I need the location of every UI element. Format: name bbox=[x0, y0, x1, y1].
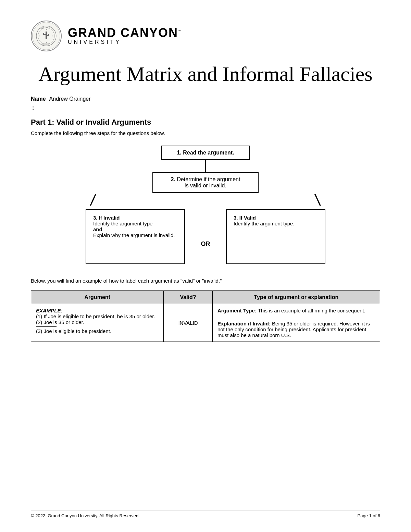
valid-body: Identify the argument type. bbox=[234, 221, 318, 226]
or-label: OR bbox=[201, 240, 210, 248]
svg-point-10 bbox=[52, 36, 53, 36]
explanation-description: Explanation if Invalid: Being 35 or olde… bbox=[217, 321, 375, 338]
type-divider bbox=[217, 317, 375, 317]
type-description: Argument Type: This is an example of aff… bbox=[217, 308, 375, 313]
invalid-body2: and bbox=[93, 226, 177, 232]
svg-point-9 bbox=[39, 36, 40, 36]
table-header-row: Argument Valid? Type of argument or expl… bbox=[31, 291, 380, 304]
document-title: Argument Matrix and Informal Fallacies bbox=[31, 62, 380, 86]
flow-line-1 bbox=[205, 160, 206, 172]
flowchart-invalid-box: 3. If Invalid Identify the argument type… bbox=[86, 209, 185, 264]
right-branch: \ 3. If Valid Identify the argument type… bbox=[226, 193, 325, 264]
footer: © 2022. Grand Canyon University. All Rig… bbox=[31, 510, 380, 518]
type-cell: Argument Type: This is an example of aff… bbox=[212, 304, 380, 342]
branch-container: / 3. If Invalid Identify the argument ty… bbox=[75, 193, 336, 264]
argument-table: Argument Valid? Type of argument or expl… bbox=[31, 290, 380, 342]
flowchart: 1. Read the argument. 2. Determine if th… bbox=[31, 146, 380, 264]
argument-premise1: (1) If Joe is eligible to be president, … bbox=[36, 313, 159, 319]
flowchart-step2-box: 2. Determine if the argumentis valid or … bbox=[152, 172, 259, 193]
argument-conclusion: (3) Joe is eligible to be president. bbox=[36, 328, 159, 334]
svg-point-11 bbox=[46, 29, 47, 30]
svg-point-12 bbox=[46, 42, 47, 43]
table-row: EXAMPLE: (1) If Joe is eligible to be pr… bbox=[31, 304, 380, 342]
col-argument: Argument bbox=[31, 291, 164, 304]
footer-copyright: © 2022. Grand Canyon University. All Rig… bbox=[31, 513, 140, 518]
diag-right-symbol: \ bbox=[314, 193, 322, 209]
step2-text: Determine if the argumentis valid or inv… bbox=[177, 176, 240, 188]
below-text: Below, you will find an example of how t… bbox=[31, 278, 380, 284]
step1-text: 1. Read the argument. bbox=[177, 150, 234, 156]
svg-rect-2 bbox=[46, 32, 47, 39]
university-name: Grand Canyon™ University bbox=[68, 27, 182, 45]
trademark-symbol: ™ bbox=[178, 29, 182, 33]
invalid-heading: 3. If Invalid bbox=[93, 215, 177, 221]
logo-svg: GRAND CANYON UNIVERSITY bbox=[36, 25, 57, 47]
arg-type-label: Argument Type: bbox=[217, 308, 257, 313]
arg-type-body: This is an example of affirming the cons… bbox=[257, 308, 365, 313]
valid-cell: INVALID bbox=[164, 304, 213, 342]
diag-left-symbol: / bbox=[89, 193, 97, 209]
invalid-body1: Identify the argument type bbox=[93, 221, 177, 226]
svg-text:UNIVERSITY: UNIVERSITY bbox=[42, 43, 50, 45]
logo-inner: GRAND CANYON UNIVERSITY bbox=[32, 22, 60, 50]
header: GRAND CANYON UNIVERSITY Grand Canyon™ Un… bbox=[31, 21, 380, 51]
argument-premise2: (2) Joe is 35 or older. bbox=[36, 319, 159, 325]
example-label: EXAMPLE: bbox=[36, 308, 63, 313]
page: GRAND CANYON UNIVERSITY Grand Canyon™ Un… bbox=[0, 0, 411, 532]
argument-divider-line bbox=[36, 326, 57, 327]
name-value: Andrew Grainger bbox=[49, 96, 91, 102]
instruction-text: Complete the following three steps for t… bbox=[31, 130, 380, 136]
step2-prefix: 2. bbox=[171, 176, 177, 182]
svg-rect-6 bbox=[48, 34, 49, 36]
name-field: Name Andrew Grainger bbox=[31, 96, 380, 102]
explanation-label: Explanation if Invalid: bbox=[217, 321, 271, 326]
valid-heading: 3. If Valid bbox=[234, 215, 318, 221]
name-colon: : bbox=[32, 105, 380, 111]
flowchart-step1-box: 1. Read the argument. bbox=[161, 146, 250, 160]
argument-cell: EXAMPLE: (1) If Joe is eligible to be pr… bbox=[31, 304, 164, 342]
university-logo: GRAND CANYON UNIVERSITY bbox=[31, 21, 62, 51]
invalid-body3: Explain why the argument is invalid. bbox=[93, 232, 177, 238]
university-sub-name: University bbox=[68, 39, 182, 45]
footer-page: Page 1 of 6 bbox=[358, 513, 381, 518]
svg-text:GRAND CANYON: GRAND CANYON bbox=[39, 26, 51, 29]
flowchart-valid-box: 3. If Valid Identify the argument type. bbox=[226, 209, 325, 264]
part1-heading: Part 1: Valid or Invalid Arguments bbox=[31, 118, 380, 127]
left-branch: / 3. If Invalid Identify the argument ty… bbox=[86, 193, 185, 264]
col-type: Type of argument or explanation bbox=[212, 291, 380, 304]
university-main-name: Grand Canyon™ bbox=[68, 27, 182, 39]
svg-rect-4 bbox=[43, 33, 44, 35]
name-label: Name bbox=[31, 96, 46, 102]
col-valid: Valid? bbox=[164, 291, 213, 304]
